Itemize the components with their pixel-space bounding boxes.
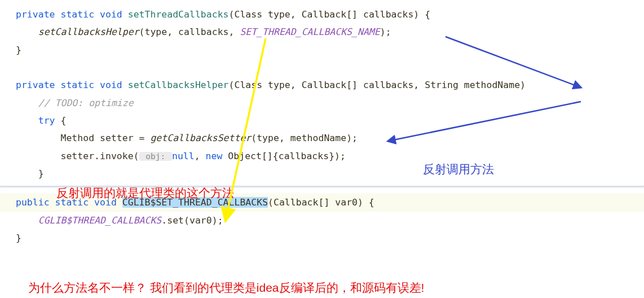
code-line: setCallbacksHelper(type, callbacks, SET_… bbox=[0, 23, 644, 41]
code-line: Method setter = getCallbacksSetter(type,… bbox=[0, 129, 644, 147]
code-line: } bbox=[0, 229, 644, 247]
code-line: } bbox=[0, 165, 644, 182]
text: setter.invoke( bbox=[60, 151, 139, 161]
code-line: private static void setThreadCallbacks(C… bbox=[0, 6, 644, 23]
params: (Class type, Callback[] callbacks) { bbox=[229, 9, 431, 20]
keyword-static: static bbox=[60, 9, 94, 20]
annotation-red-1: 反射调用的就是代理类的这个方法 bbox=[56, 182, 234, 204]
code-line: } bbox=[0, 41, 644, 59]
keyword-void: void bbox=[100, 80, 122, 90]
keyword-try: try bbox=[38, 115, 55, 126]
keyword-private: private bbox=[16, 9, 55, 20]
param-hint: obj: bbox=[139, 152, 172, 161]
brace: } bbox=[38, 168, 44, 179]
method-call: getCallbacksSetter bbox=[150, 133, 251, 143]
code-line: CGLIB$THREAD_CALLBACKS.set(var0); bbox=[0, 212, 644, 229]
method-name: setCallbacksHelper bbox=[128, 80, 229, 90]
text: , bbox=[195, 151, 206, 161]
text: Object[]{callbacks}); bbox=[222, 151, 346, 161]
text: (type, methodName); bbox=[251, 133, 358, 143]
code-line: setter.invoke( obj: null, new Object[]{c… bbox=[0, 147, 644, 165]
code-line: try { bbox=[0, 112, 644, 129]
keyword-public: public bbox=[16, 197, 50, 208]
code-line: private static void setCallbacksHelper(C… bbox=[0, 76, 644, 94]
annotation-blue-1: 反射调用方法 bbox=[423, 158, 494, 181]
text: .set(var0); bbox=[161, 215, 223, 226]
comment: // TODO: optimize bbox=[38, 98, 134, 108]
text: ); bbox=[380, 27, 391, 37]
keyword-null: null bbox=[172, 151, 195, 161]
constant: SET_THREAD_CALLBACKS_NAME bbox=[240, 27, 380, 37]
text: (type, callbacks, bbox=[139, 27, 240, 37]
code-line: // TODO: optimize bbox=[0, 94, 644, 112]
annotation-red-2: 为什么方法名不一样？ 我们看到的代理类是idea反编译后的，和源码有误差! bbox=[28, 277, 424, 298]
keyword-private: private bbox=[16, 80, 55, 90]
field: CGLIB$THREAD_CALLBACKS bbox=[38, 215, 162, 226]
keyword-void: void bbox=[100, 9, 122, 20]
keyword-static: static bbox=[60, 80, 94, 90]
brace: { bbox=[55, 115, 67, 126]
blank-line bbox=[0, 59, 644, 76]
text: Method setter = bbox=[60, 133, 150, 143]
keyword-new: new bbox=[206, 151, 223, 161]
method-name: setThreadCallbacks bbox=[128, 9, 229, 20]
params: (Class type, Callback[] callbacks, Strin… bbox=[229, 80, 531, 90]
method-call: setCallbacksHelper bbox=[38, 27, 139, 37]
params: (Callback[] var0) { bbox=[268, 197, 374, 208]
